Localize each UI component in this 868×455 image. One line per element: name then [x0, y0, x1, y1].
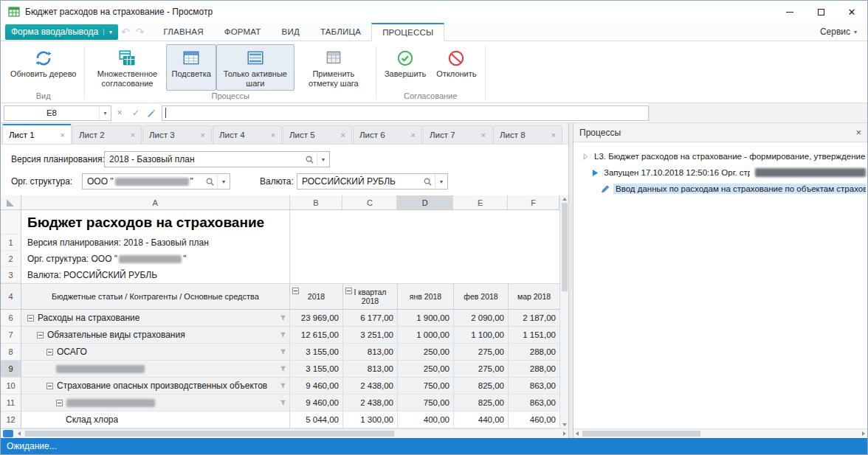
ribbon-button-complete[interactable]: Завершить	[379, 44, 431, 91]
ribbon-button-active-steps[interactable]: Только активные шаги	[216, 44, 294, 91]
column-group-header[interactable]: фев 2018	[454, 283, 509, 310]
row-header[interactable]: 9	[1, 361, 21, 378]
column-header-b[interactable]: B	[290, 195, 343, 209]
collapse-icon[interactable]	[37, 332, 44, 338]
cell[interactable]: 2 438,00	[343, 378, 398, 395]
scrollbar-thumb[interactable]	[582, 431, 700, 437]
maximize-button[interactable]	[805, 1, 836, 23]
empty-cells[interactable]	[290, 267, 559, 283]
ribbon-tab-5[interactable]: ПРОЦЕССЫ	[371, 23, 444, 41]
cell[interactable]: 825,00	[454, 378, 509, 395]
formula-input[interactable]	[162, 105, 649, 121]
cell[interactable]: 275,00	[454, 361, 509, 378]
info-cell[interactable]: Версия планирования: 2018 - Базовый план	[21, 235, 290, 251]
cell[interactable]: 750,00	[398, 378, 454, 395]
cell[interactable]: 9 460,00	[290, 378, 343, 395]
row-label-cell[interactable]: ОСАГО	[21, 344, 290, 361]
chevron-down-icon[interactable]: ▾	[317, 152, 329, 167]
row-header[interactable]: 6	[1, 310, 21, 327]
cell[interactable]: 3 155,00	[290, 344, 343, 361]
chevron-down-icon[interactable]: ▾	[99, 106, 111, 120]
horizontal-scrollbar[interactable]	[1, 428, 568, 438]
cell[interactable]: 9 460,00	[290, 395, 343, 411]
close-icon[interactable]: ×	[551, 131, 556, 139]
column-group-header[interactable]: I квартал 2018	[343, 283, 398, 310]
close-icon[interactable]: ×	[341, 131, 345, 139]
row-label-cell[interactable]: Склад хлора	[21, 411, 290, 428]
row-header[interactable]: 7	[1, 327, 21, 344]
row-label-cell[interactable]	[21, 361, 290, 378]
filter-icon[interactable]	[280, 400, 286, 406]
select-all-corner[interactable]	[1, 195, 21, 209]
row-header[interactable]: 11	[1, 395, 21, 411]
scroll-left-arrow[interactable]	[576, 431, 579, 436]
search-icon[interactable]	[202, 177, 217, 187]
collapse-icon[interactable]	[292, 288, 299, 294]
process-tree-item[interactable]: Запущен 17.10.2018 12:50:16 Орг. структу…	[590, 164, 866, 181]
ribbon-button-multi-approve[interactable]: Множественное согласование	[88, 44, 166, 91]
row-header[interactable]: 1	[1, 235, 21, 251]
sheet-nav-button[interactable]	[3, 430, 13, 437]
cell[interactable]: 813,00	[343, 344, 398, 361]
cell[interactable]: 250,00	[398, 361, 454, 378]
ribbon-button-refresh[interactable]: Обновить дерево	[5, 44, 81, 91]
close-icon[interactable]: ×	[855, 127, 861, 138]
sheet-tab-3[interactable]: Лист 3 ×	[142, 125, 212, 144]
vertical-scrollbar[interactable]	[559, 195, 568, 428]
collapse-icon[interactable]	[345, 288, 352, 294]
row-label-cell[interactable]	[21, 395, 290, 411]
cell[interactable]: 460,00	[509, 411, 559, 428]
row-label-cell[interactable]: Обязательные виды страхования	[21, 327, 290, 344]
process-tree-item[interactable]: L3. Бюджет расходов на страхование - фор…	[581, 148, 866, 164]
minimize-button[interactable]	[774, 1, 805, 23]
redo-icon[interactable]: ↷	[136, 27, 145, 37]
cancel-entry-icon[interactable]: ×	[111, 108, 128, 118]
cell[interactable]: 863,00	[509, 395, 559, 411]
cell[interactable]: 863,00	[509, 378, 559, 395]
ribbon-button-highlight-table[interactable]: Подсветка	[166, 44, 216, 91]
close-icon[interactable]: ×	[481, 131, 486, 139]
filter-icon[interactable]	[280, 315, 286, 322]
close-button[interactable]: ✕	[836, 1, 867, 23]
form-io-menu-button[interactable]: Форма ввода/вывода ▾	[5, 24, 118, 40]
cell[interactable]: 1 000,00	[398, 327, 454, 344]
empty-cells[interactable]	[290, 235, 559, 251]
sheet-tab-2[interactable]: Лист 2 ×	[72, 125, 142, 144]
empty-cells[interactable]	[290, 251, 559, 267]
cell-name-box[interactable]: E8 ▾	[4, 105, 111, 121]
column-group-header[interactable]: 2018	[290, 283, 343, 310]
column-group-header[interactable]: янв 2018	[398, 283, 454, 310]
collapse-icon[interactable]	[46, 349, 53, 355]
cell[interactable]: 3 251,00	[343, 327, 398, 344]
chevron-down-icon[interactable]: ▾	[217, 174, 230, 189]
row-label-cell[interactable]: Расходы на страхование	[21, 310, 290, 327]
sheet-tab-5[interactable]: Лист 5 ×	[283, 125, 352, 144]
ribbon-tab-3[interactable]: ВИД	[272, 23, 310, 41]
cell[interactable]: 1 100,00	[454, 327, 509, 344]
undo-icon[interactable]: ↶	[121, 27, 130, 37]
cell[interactable]: 2 187,00	[509, 310, 559, 327]
cell[interactable]: 275,00	[454, 344, 509, 361]
cell[interactable]: 440,00	[454, 411, 509, 428]
org-combobox[interactable]: ООО " " ▾	[82, 173, 230, 190]
row-label-cell[interactable]: Страхование опасных производственных объ…	[21, 378, 290, 395]
cell[interactable]: 250,00	[398, 344, 454, 361]
scroll-up-arrow[interactable]	[562, 198, 567, 201]
search-icon[interactable]	[420, 177, 435, 187]
row-header[interactable]	[1, 210, 21, 235]
cell[interactable]: 1 151,00	[509, 327, 559, 344]
process-tree-item[interactable]: Ввод данных по расходам на страхование п…	[600, 181, 866, 197]
close-icon[interactable]: ×	[201, 131, 205, 139]
column-header-e[interactable]: E	[453, 195, 508, 209]
currency-combobox[interactable]: РОССИЙСКИЙ РУБЛЬ ▾	[297, 173, 448, 190]
column-header-a[interactable]: A	[21, 195, 290, 209]
collapse-icon[interactable]	[27, 315, 34, 322]
sheet-tab-7[interactable]: Лист 7 ×	[423, 125, 492, 144]
info-cell[interactable]: Валюта: РОССИЙСКИЙ РУБЛЬ	[21, 267, 290, 283]
scroll-down-arrow[interactable]	[562, 423, 567, 426]
horizontal-scrollbar[interactable]	[574, 428, 867, 438]
row-axis-header[interactable]: Бюджетные статьи / Контрагенты / Основны…	[21, 283, 290, 310]
empty-cells[interactable]	[290, 210, 559, 235]
cell[interactable]: 1 300,00	[343, 411, 398, 428]
column-header-c[interactable]: C	[342, 195, 397, 209]
